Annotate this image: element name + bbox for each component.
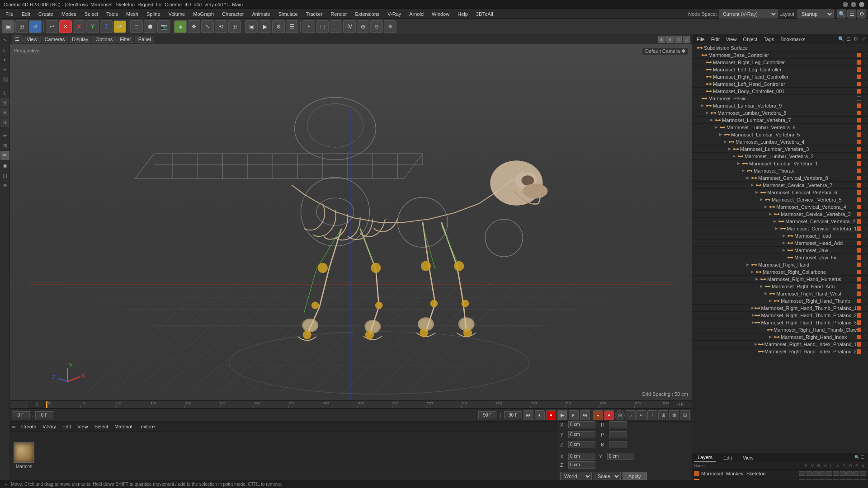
left-tool-solid[interactable]: ◼ — [0, 161, 9, 170]
tree-menu-icon[interactable]: ⋮ — [862, 154, 866, 159]
menu-mesh[interactable]: Mesh — [123, 10, 142, 18]
tree-item[interactable]: Marmoset_Right_Hand_Index_Phalanx_2 ⋮ — [692, 348, 868, 355]
point-mode-button[interactable]: • — [302, 20, 315, 33]
model-mode-button[interactable]: ▣ — [2, 20, 14, 33]
tree-menu-icon[interactable]: ⋮ — [862, 226, 866, 231]
p-field[interactable] — [609, 431, 627, 438]
left-tool-points[interactable]: • — [0, 55, 9, 64]
left-tool-draw[interactable]: ✏ — [0, 131, 9, 140]
tree-item[interactable]: ▶ Marmoset_Cervical_Vertebra_2 ⋮ — [692, 218, 868, 225]
tree-menu-icon[interactable]: ⋮ — [862, 89, 866, 94]
tree-menu-icon[interactable]: ⋮ — [862, 147, 866, 151]
bottom-view-btn[interactable]: View — [75, 423, 91, 430]
tree-item[interactable]: ▶ Marmoset_Right_Collarbone ⋮ — [692, 268, 868, 276]
keyframe-btn3[interactable]: ◎ — [615, 410, 625, 420]
menu-tools[interactable]: Tools — [103, 10, 122, 18]
bottom-vray-btn[interactable]: V-Ray — [40, 423, 59, 430]
close-button[interactable]: ✕ — [859, 2, 864, 7]
rpanel-object-btn[interactable]: Object — [740, 36, 760, 42]
fps-field[interactable] — [504, 411, 522, 419]
camera-button[interactable]: 📷 — [157, 20, 170, 33]
rpanel-search-icon[interactable]: 🔍 — [838, 36, 844, 42]
tree-item[interactable]: ▶ Marmoset_Right_Hand_Thumb_Phalanx_2 ⋮ — [692, 312, 868, 319]
tree-menu-icon[interactable]: ⋮ — [862, 270, 866, 274]
tree-item[interactable]: Marmoset_Left_Hand_Controller ⋮ — [692, 80, 868, 88]
menu-window[interactable]: Window — [428, 10, 453, 18]
tree-menu-icon[interactable]: ⋮ — [862, 169, 866, 173]
left-tool-poly[interactable]: ⬛ — [0, 75, 9, 84]
keyframe-btn4[interactable]: ⬦ — [626, 410, 636, 420]
tree-item[interactable]: ▶ Marmoset_Cervical_Vertebra_1 ⋮ — [692, 225, 868, 232]
redo-button[interactable]: ✕ — [59, 20, 72, 33]
menu-tracker[interactable]: Tracker — [302, 10, 326, 18]
z-rot-field[interactable] — [568, 461, 595, 469]
vp-display-btn[interactable]: Display — [69, 36, 91, 43]
menu-3dtoall[interactable]: 3DToAll — [472, 10, 497, 18]
tree-menu-icon[interactable]: ⋮ — [862, 132, 866, 137]
vp-menu-btn[interactable]: ☰ — [12, 35, 23, 43]
rpanel-settings-icon[interactable]: ⚙ — [853, 36, 859, 42]
left-tool-edges[interactable]: ━ — [0, 65, 9, 74]
left-tool-extra1[interactable]: ⊛ — [0, 181, 9, 190]
layer-toggle[interactable] — [819, 471, 826, 476]
menu-animate[interactable]: Animate — [248, 10, 274, 18]
tree-item[interactable]: Marmoset_Left_Leg_Controller ⋮ — [692, 66, 868, 73]
left-tool-paint[interactable]: L — [0, 88, 9, 97]
tree-menu-icon[interactable]: ⋮ — [862, 197, 866, 202]
null-object-button[interactable]: □ — [130, 20, 143, 33]
rotate-button[interactable]: ⟳ — [113, 20, 126, 33]
tree-item[interactable]: ▶ Marmoset_Lumbar_Vertebra_4 ⋮ — [692, 138, 868, 145]
record-button[interactable]: ● — [546, 410, 556, 420]
tree-menu-icon[interactable]: ⋮ — [862, 53, 866, 57]
left-tool-s2[interactable]: S — [0, 108, 9, 117]
prev-frame-button[interactable]: ⏴ — [535, 410, 545, 420]
tree-menu-icon[interactable]: ⋮ — [862, 342, 866, 347]
tree-menu-icon[interactable]: ⋮ — [862, 263, 866, 267]
vp-options-btn[interactable]: Options — [92, 36, 116, 43]
tree-menu-icon[interactable]: ⋮ — [862, 176, 866, 180]
tree-menu-icon[interactable]: ⋮ — [862, 284, 866, 289]
tree-menu-icon[interactable]: ⋮ — [862, 183, 866, 188]
render-button[interactable]: ▶ — [259, 20, 271, 33]
y-pos-field[interactable] — [568, 431, 595, 438]
material-thumbnail[interactable] — [14, 442, 34, 463]
tree-item[interactable]: ▶ Marmoset_Right_Hand_Thumb ⋮ — [692, 297, 868, 305]
keyframe-btn5[interactable]: ↩ — [637, 410, 646, 420]
rpanel-filter-icon[interactable]: ☰ — [845, 36, 852, 42]
maximize-button[interactable]: □ — [851, 2, 856, 7]
timeline-ruler[interactable]: 0 0 5 10 — [10, 400, 692, 408]
tree-item[interactable]: ▶ Marmoset_Head ⋮ — [692, 232, 868, 239]
menu-select[interactable]: Select — [81, 10, 102, 18]
search-button[interactable]: 🔍 — [837, 9, 846, 19]
layer-toggle[interactable] — [860, 471, 866, 476]
layer-toggle[interactable] — [853, 471, 859, 476]
layer-toggle[interactable] — [799, 471, 805, 476]
tree-menu-icon[interactable]: ⋮ — [862, 190, 866, 195]
tree-item[interactable]: ▶ Marmoset_Lumbar_Vertebra_9 ⋮ — [692, 102, 868, 109]
tree-menu-icon[interactable]: ⋮ — [862, 46, 866, 50]
menu-simulate[interactable]: Simulate — [275, 10, 302, 18]
left-tool-object[interactable]: □ — [0, 45, 9, 54]
go-start-button[interactable]: ⏮ — [524, 410, 533, 420]
go-end-button[interactable]: ⏭ — [580, 410, 590, 420]
bottom-select-btn[interactable]: Select — [92, 423, 111, 430]
end-frame-field[interactable] — [478, 411, 496, 419]
tree-item[interactable]: Marmoset_Jaw_Fin ⋮ — [692, 254, 868, 261]
start-frame-field[interactable] — [12, 411, 30, 419]
tree-item[interactable]: ▶ Marmoset_Lumbar_Vertebra_7 ⋮ — [692, 117, 868, 124]
node-space-select[interactable]: Current (V-Ray) — [719, 9, 778, 19]
tree-menu-icon[interactable]: ⋮ — [862, 234, 866, 238]
tree-menu-icon[interactable]: ⋮ — [862, 82, 866, 86]
tree-item[interactable]: Subdivision Surface ⋮ — [692, 44, 868, 52]
layer-toggle[interactable] — [846, 471, 853, 476]
tree-item[interactable]: Marmoset_Right_Leg_Controller ⋮ — [692, 59, 868, 66]
layout-select[interactable]: Startup — [797, 9, 834, 19]
rpanel-edit-btn[interactable]: Edit — [708, 36, 722, 42]
keyframe-btn9[interactable]: ⊟ — [680, 410, 690, 420]
layer-toggle[interactable] — [812, 471, 819, 476]
layers-tab[interactable]: Layers — [694, 454, 716, 462]
filter-button[interactable]: ☰ — [847, 9, 856, 19]
menu-vray[interactable]: V-Ray — [384, 10, 405, 18]
menu-render[interactable]: Render — [327, 10, 350, 18]
y-rot-field[interactable] — [607, 453, 634, 460]
